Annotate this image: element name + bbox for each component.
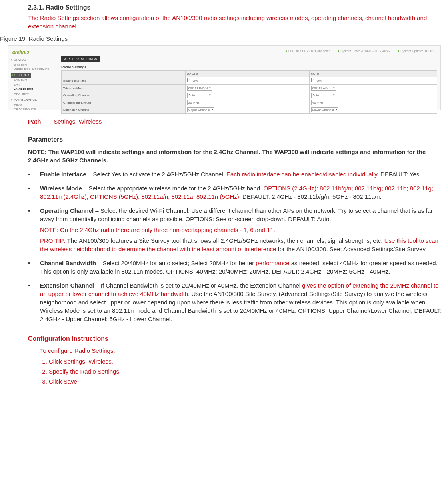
extension-24ghz-select[interactable]: Upper Channel: [187, 107, 214, 112]
config-step-1: Click Settings, Wireless.: [49, 357, 444, 366]
mode-5ghz-select[interactable]: 802.11 A/N: [311, 86, 336, 91]
extension-5ghz-select[interactable]: Lower Channel: [311, 107, 338, 112]
param-enable-interface: Enable Interface – Select Yes to activat…: [28, 170, 444, 178]
figure-label: Figure 19. Radio Settings: [0, 34, 448, 43]
param-name: Channel Bandwidth: [40, 260, 96, 266]
nav-wireless[interactable]: ▸ WIRELESS: [11, 87, 55, 92]
path-value: Settings, Wireless: [54, 118, 102, 125]
config-intro: To configure Radio Settings:: [40, 346, 444, 355]
channel-24ghz-select[interactable]: Auto: [187, 93, 212, 98]
section-heading: 2.3.1. Radio Settings: [28, 3, 448, 12]
checkbox-icon[interactable]: [311, 78, 315, 82]
row-channel-label: Operating Channel: [62, 92, 186, 99]
row-bandwidth-label: Channel Bandwidth: [62, 99, 186, 106]
enable-5ghz[interactable]: Yes: [309, 77, 437, 84]
cloud-status: CLOUD SERVER: Connected: [285, 49, 330, 53]
param-channel-bandwidth: Channel Bandwidth – Select 20/40MHz for …: [28, 259, 444, 276]
param-name: Enable Interface: [40, 171, 86, 178]
brand-logo: araknis: [12, 49, 29, 56]
section-description: The Radio Settings section allows config…: [28, 14, 444, 30]
status-bar: CLOUD SERVER: Connected System Time: 201…: [285, 49, 436, 53]
nav-maintenance[interactable]: MAINTENANCE: [11, 98, 55, 102]
side-nav: STATUS SYSTEM WIRELESS INTERFACE SETTING…: [11, 57, 55, 112]
system-time: System Time: 2014-08-06 17:40:42: [338, 49, 390, 53]
param-operating-channel: Operating Channel – Select the desired W…: [28, 206, 444, 253]
router-ui-screenshot: araknis CLOUD SERVER: Connected System T…: [8, 45, 441, 110]
row-mode-label: Wireless Mode: [62, 84, 186, 92]
nav-system[interactable]: SYSTEM: [11, 62, 55, 67]
param-name: Operating Channel: [40, 207, 94, 214]
nav-lan[interactable]: LAN: [11, 82, 55, 87]
operating-channel-protip: PRO TIP: The AN100/300 features a Site S…: [40, 236, 444, 253]
nav-system2[interactable]: SYSTEM: [11, 78, 55, 82]
nav-settings[interactable]: SETTINGS: [11, 73, 31, 78]
nav-wireless-interface[interactable]: WIRELESS INTERFACE: [11, 67, 55, 72]
nav-ping[interactable]: PING: [11, 102, 55, 107]
panel-subtitle: Radio Settings: [61, 65, 437, 70]
panel-title-bar: WIRELESS SETTINGS: [61, 56, 100, 62]
channel-5ghz-select[interactable]: Auto: [311, 93, 336, 98]
nav-traceroute[interactable]: TRACEROUTE: [11, 107, 55, 112]
radio-settings-table: 2.4GHz 5GHz Enable Interface Yes Yes Wir…: [61, 70, 437, 114]
config-step-3: Click Save.: [49, 377, 444, 386]
nav-status[interactable]: STATUS: [11, 58, 55, 62]
col-5ghz: 5GHz: [309, 71, 437, 77]
bandwidth-5ghz-select[interactable]: 40 MHz: [311, 100, 336, 105]
checkbox-icon[interactable]: [187, 78, 191, 82]
row-enable-label: Enable Interface: [62, 77, 186, 84]
config-instructions-heading: Configuration Instructions: [28, 334, 448, 343]
system-uptime: System Uptime: 01:30:33: [398, 49, 436, 53]
enable-24ghz[interactable]: Yes: [185, 77, 309, 84]
nav-security[interactable]: SECURITY: [11, 92, 55, 97]
config-step-2: Specify the Radio Settings.: [49, 367, 444, 376]
operating-channel-note: NOTE: On the 2.4Ghz radio there are only…: [40, 226, 444, 234]
param-name: Wireless Mode: [40, 185, 82, 192]
path-label: Path: [28, 117, 52, 126]
bandwidth-24ghz-select[interactable]: 20 MHz: [187, 100, 212, 105]
col-24ghz: 2.4GHz: [185, 71, 309, 77]
param-wireless-mode: Wireless Mode – Select the appropriate w…: [28, 184, 444, 201]
mode-24ghz-select[interactable]: 802.11 B/G/N: [187, 86, 212, 91]
param-name: Extension Channel: [40, 282, 94, 289]
row-extension-label: Extension Channel: [62, 106, 186, 114]
parameters-heading: Parameters: [28, 135, 448, 144]
parameters-note: NOTE: The WAP100 will indicate settings …: [28, 148, 444, 164]
param-extension-channel: Extension Channel – If Channel Bandwidth…: [28, 281, 444, 323]
